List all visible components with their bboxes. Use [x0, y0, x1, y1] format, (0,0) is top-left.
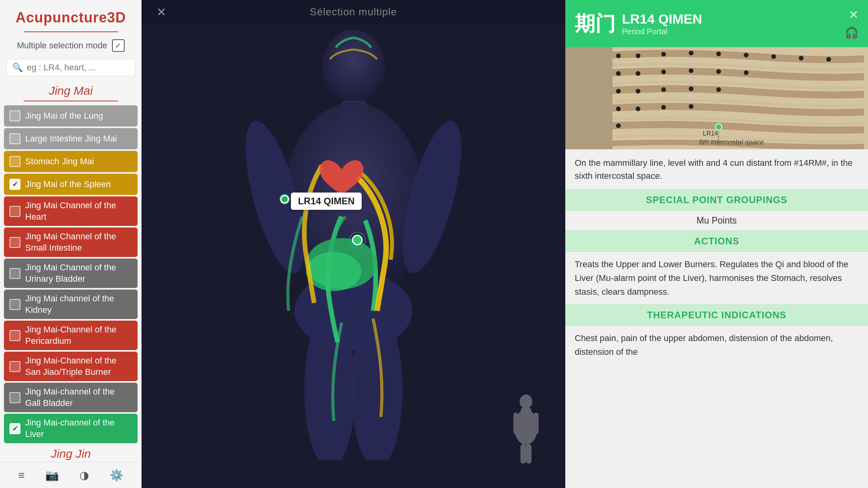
panel-close-button[interactable]: ✕	[849, 8, 859, 22]
audio-icon[interactable]: 🎧	[845, 26, 859, 39]
point-dot	[280, 195, 289, 204]
point-subtitle: Period Portal	[622, 27, 702, 36]
point-info: LR14 QIMEN Period Portal	[622, 11, 702, 36]
svg-point-25	[744, 53, 748, 57]
right-panel: 期门 LR14 QIMEN Period Portal ✕ 🎧	[565, 0, 868, 488]
channel-checkbox-4[interactable]	[9, 206, 20, 217]
channel-item-7[interactable]: Jing Mai channel of the Kidney	[4, 290, 138, 319]
channel-label-2: Stomach Jing Mai	[25, 156, 94, 167]
panel-header-left: 期门 LR14 QIMEN Period Portal	[575, 11, 702, 36]
channel-checkbox-1[interactable]	[9, 133, 20, 144]
svg-point-37	[716, 87, 721, 92]
svg-text:6th intercostal space: 6th intercostal space	[699, 138, 764, 146]
svg-point-26	[771, 54, 776, 59]
channel-checkbox-5[interactable]	[9, 237, 20, 248]
channel-checkbox-2[interactable]	[9, 156, 20, 167]
menu-icon[interactable]: ≡	[18, 469, 24, 482]
svg-point-34	[636, 89, 640, 94]
channel-item-6[interactable]: Jing Mai Channel of the Urinary Bladder	[4, 259, 138, 288]
svg-rect-18	[526, 444, 531, 464]
search-input[interactable]	[27, 62, 129, 73]
contrast-icon[interactable]: ◑	[79, 469, 89, 482]
body-3d-svg	[224, 28, 483, 460]
top-bar: ✕ Sélection multiple	[142, 0, 565, 24]
svg-rect-16	[534, 413, 539, 434]
channel-label-6: Jing Mai Channel of the Urinary Bladder	[25, 262, 132, 284]
svg-point-29	[636, 71, 640, 76]
channel-checkbox-0[interactable]	[9, 110, 20, 121]
channel-label-9: Jing Mai-Channel of the San Jiao/Triple …	[25, 355, 132, 378]
app-title: Acupuncture3D	[0, 0, 142, 29]
channel-checkbox-6[interactable]	[9, 268, 20, 279]
svg-point-32	[716, 69, 721, 74]
point-name: LR14 QIMEN	[622, 11, 702, 27]
svg-point-27	[799, 56, 804, 61]
channel-label-7: Jing Mai channel of the Kidney	[25, 293, 132, 316]
multiple-selection-checkbox[interactable]	[112, 39, 125, 52]
svg-point-48	[616, 106, 621, 111]
channel-item-3[interactable]: Jing Mai of the Spleen	[4, 174, 138, 195]
svg-text:LR14: LR14	[703, 130, 718, 137]
channel-checkbox-7[interactable]	[9, 299, 20, 310]
settings-icon[interactable]: ⚙️	[110, 469, 123, 482]
channel-checkbox-11[interactable]	[9, 423, 20, 434]
channel-item-5[interactable]: Jing Mai Channel of the Small Intestine	[4, 227, 138, 257]
actions-header: ACTIONS	[565, 231, 868, 252]
svg-point-49	[616, 123, 621, 128]
channel-list: Jing Mai of the LungLarge Intestine Jing…	[0, 105, 142, 443]
channel-item-11[interactable]: Jing Mai-channel of the Liver	[4, 414, 138, 443]
svg-point-23	[689, 51, 693, 55]
app-title-plain: Acupuncture	[15, 9, 107, 26]
channel-label-0: Jing Mai of the Lung	[25, 110, 103, 122]
channel-label-1: Large Intestine Jing Mai	[25, 133, 117, 145]
svg-point-38	[636, 106, 640, 111]
channel-item-9[interactable]: Jing Mai-Channel of the San Jiao/Triple …	[4, 352, 138, 381]
svg-point-35	[661, 87, 666, 92]
channel-checkbox-10[interactable]	[9, 392, 20, 403]
search-icon: 🔍	[12, 62, 23, 73]
channel-label-3: Jing Mai of the Spleen	[25, 179, 111, 190]
body-silhouette	[510, 394, 542, 464]
jing-mai-section-title: Jing Mai	[0, 81, 142, 99]
therapeutic-header: THERAPEUTIC INDICATIONS	[565, 305, 868, 326]
point-label-tooltip: LR14 QIMEN	[291, 193, 362, 210]
search-bar[interactable]: 🔍	[6, 59, 135, 76]
channel-label-5: Jing Mai Channel of the Small Intestine	[25, 231, 132, 253]
svg-point-21	[636, 53, 640, 58]
svg-point-47	[616, 89, 621, 94]
svg-point-28	[826, 57, 831, 62]
svg-point-39	[661, 105, 666, 110]
channel-item-2[interactable]: Stomach Jing Mai	[4, 151, 138, 172]
channel-item-4[interactable]: Jing Mai Channel of the Heart	[4, 196, 138, 226]
channel-item-8[interactable]: Jing Mai-Channel of the Pericardium	[4, 321, 138, 350]
svg-point-22	[661, 52, 666, 57]
channel-checkbox-9[interactable]	[9, 361, 20, 372]
camera-icon[interactable]: 📷	[45, 469, 59, 482]
channel-item-10[interactable]: Jing Mai-channel of the Gall Bladder	[4, 383, 138, 412]
channel-label-8: Jing Mai-Channel of the Pericardium	[25, 324, 132, 347]
svg-point-9	[306, 252, 361, 291]
close-button[interactable]: ✕	[153, 4, 169, 20]
actions-text: Treats the Upper and Lower Burners. Regu…	[565, 252, 868, 305]
channel-item-0[interactable]: Jing Mai of the Lung	[4, 105, 138, 127]
svg-rect-15	[513, 413, 518, 434]
channel-label-11: Jing Mai-channel of the Liver	[25, 417, 132, 440]
mu-points-label: Mu Points	[565, 211, 868, 231]
sidebar: Acupuncture3D Multiple selection mode 🔍 …	[0, 0, 142, 488]
channel-label-10: Jing Mai-channel of the Gall Bladder	[25, 386, 132, 409]
location-text: On the mammillary line, level with and 4…	[565, 149, 868, 189]
title-divider	[24, 31, 118, 32]
jing-jin-section-title: Jing Jin	[0, 443, 142, 462]
bottom-toolbar: ≡ 📷 ◑ ⚙️	[0, 462, 142, 488]
therapeutic-text: Chest pain, pain of the upper abdomen, d…	[565, 326, 868, 364]
channel-checkbox-8[interactable]	[9, 330, 20, 341]
channel-item-1[interactable]: Large Intestine Jing Mai	[4, 128, 138, 149]
channel-checkbox-3[interactable]	[9, 179, 20, 190]
app-title-highlight: 3D	[107, 9, 126, 26]
anatomy-image: 6th intercostal space LR14	[565, 47, 868, 149]
svg-point-40	[689, 104, 693, 109]
center-3d-view: ✕ Sélection multiple	[142, 0, 565, 488]
svg-rect-20	[565, 47, 612, 149]
panel-header: 期门 LR14 QIMEN Period Portal ✕ 🎧	[565, 0, 868, 47]
svg-point-36	[689, 86, 693, 91]
